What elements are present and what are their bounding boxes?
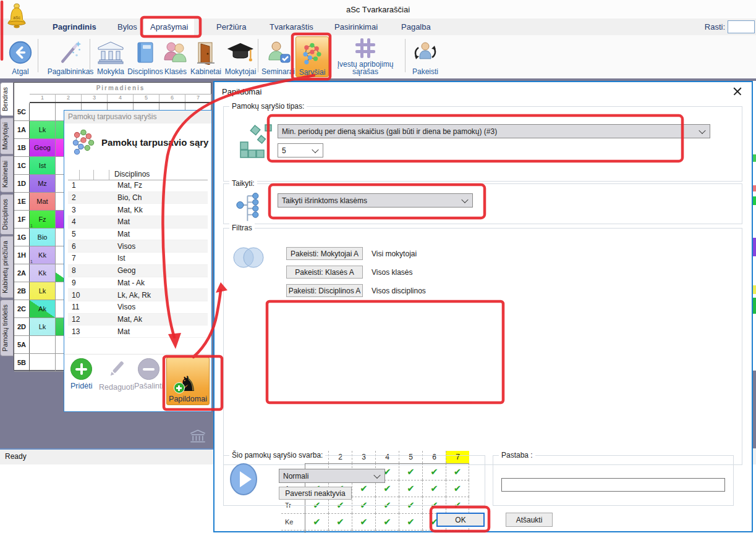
- grid-check-cell[interactable]: ✔: [305, 530, 328, 533]
- apply-to-value: Taikyti išrinktoms klasėms: [282, 196, 367, 205]
- toolbar-item-mokytojai[interactable]: Mokytojai: [223, 36, 258, 76]
- cancel-button[interactable]: Atšaukti: [506, 513, 553, 527]
- relation-row[interactable]: 6Visos: [68, 240, 208, 253]
- relation-disciplines: Mat - Ak: [117, 279, 145, 287]
- toolbar-item-kabinetai[interactable]: Kabinetai: [189, 36, 223, 76]
- toolbar-item-mokykla[interactable]: Mokykla: [93, 36, 129, 76]
- relation-row[interactable]: 5Mat: [68, 229, 208, 241]
- apply-to-select[interactable]: Taikyti išrinktoms klasėms: [278, 193, 473, 208]
- sidebar-tab-pamok-tinklelis[interactable]: Pamokų tinklelis: [0, 300, 14, 356]
- knight-icon: ♞: [179, 372, 197, 395]
- toolbar-item-disciplinos[interactable]: Disciplinos: [129, 36, 162, 76]
- lesson-cell[interactable]: Bio: [30, 229, 56, 246]
- lesson-cell[interactable]: Ak: [30, 300, 56, 317]
- toolbar-item-pakeisti[interactable]: Pakeisti: [408, 36, 443, 76]
- filter-change-button[interactable]: Pakeisti: Klasės A: [286, 266, 363, 279]
- relation-type-select[interactable]: Min. periodų per dieną skaičius (gali bū…: [278, 124, 710, 138]
- note-input[interactable]: [501, 478, 725, 492]
- ok-button[interactable]: OK: [436, 513, 485, 527]
- sidebar-tab-kabinetai[interactable]: Kabinetai: [0, 156, 14, 193]
- toolbar-item-label: Atgal: [12, 68, 28, 76]
- grid-check-cell[interactable]: ✔: [446, 530, 469, 533]
- menu-item-aprasymai[interactable]: Aprašymai: [144, 19, 194, 35]
- find-input[interactable]: [728, 20, 755, 33]
- lesson-cell[interactable]: Ist: [30, 157, 56, 174]
- check-icon: ✔: [407, 516, 415, 527]
- grid-check-cell[interactable]: ✔: [399, 530, 422, 533]
- filter-change-button[interactable]: Pakeisti: Mokytojai A: [286, 247, 363, 260]
- relations-dialog-toolbar: Pridėti Redaguoti Pašalinti ♞ Papildomai: [64, 354, 211, 411]
- menu-item-perziura[interactable]: Peržiūra: [210, 19, 252, 35]
- relations-dialog: Pamokų tarpusavio sąryšis Pamokų tarpusa…: [64, 110, 212, 412]
- relation-row[interactable]: 3Mat, Kk: [68, 204, 208, 216]
- grid-check-cell[interactable]: ✔: [328, 513, 352, 530]
- relation-row[interactable]: 12Mat, Ak: [68, 314, 208, 326]
- relation-row[interactable]: 7Ist: [68, 253, 208, 265]
- lesson-cell[interactable]: [30, 103, 56, 120]
- lesson-cell[interactable]: [30, 336, 56, 353]
- relation-number: 11: [68, 303, 117, 311]
- period-count-select[interactable]: 5: [278, 143, 323, 157]
- class-label: 5C: [14, 103, 30, 120]
- toolbar-item-atgal[interactable]: Atgal: [4, 36, 37, 76]
- menu-item-bylos[interactable]: Bylos: [111, 19, 143, 35]
- edit-button[interactable]: Redaguoti: [99, 358, 134, 392]
- sidebar-tab-kabinet-prie-i-ra[interactable]: Kabinetų priežiūra: [0, 236, 14, 298]
- lesson-cell[interactable]: Lk: [30, 121, 56, 138]
- venn-icon: [231, 245, 266, 272]
- book-icon: [133, 36, 158, 68]
- grid-check-cell[interactable]: ✔: [375, 530, 399, 533]
- relation-disciplines: Mat: [117, 230, 130, 238]
- menu-item-pagalba[interactable]: Pagalba: [395, 19, 437, 35]
- lesson-cell[interactable]: Mat: [30, 193, 56, 210]
- lesson-cell[interactable]: Kk1: [30, 246, 56, 264]
- apply-group: Taikyti: Taikyti išrinktoms klasėms: [223, 183, 742, 224]
- importance-select[interactable]: Normali: [279, 469, 385, 483]
- relation-disciplines: Mat: [117, 327, 130, 336]
- relation-row[interactable]: 2Bio, Ch: [68, 192, 208, 204]
- toolbar-item-seminarai[interactable]: Seminarai: [261, 36, 295, 76]
- lesson-cell[interactable]: Lk: [30, 282, 56, 300]
- menu-item-pagrindinis[interactable]: Pagrindinis: [46, 19, 103, 35]
- grid-check-cell[interactable]: ✔: [375, 513, 399, 530]
- lesson-cell[interactable]: Fz1: [30, 211, 56, 228]
- menu-item-pasirinkimai[interactable]: Pasirinkimai: [328, 19, 384, 35]
- add-button[interactable]: Pridėti: [70, 358, 92, 390]
- lesson-cell[interactable]: Geog: [30, 139, 56, 156]
- relation-row[interactable]: 13Mat: [68, 325, 208, 338]
- relation-row[interactable]: 10Lk, Ak, Rk: [68, 289, 208, 301]
- grid-check-cell[interactable]: ✔: [352, 530, 375, 533]
- relation-row[interactable]: 4Mat: [68, 216, 208, 229]
- advanced-button[interactable]: ♞ Papildomai: [166, 357, 210, 405]
- sidebar-tab-mokytojai[interactable]: Mokytojai: [0, 117, 14, 154]
- grid-check-cell[interactable]: ✔: [399, 513, 422, 530]
- toolbar-item-klases[interactable]: Klasės: [162, 36, 189, 76]
- toolbar-item-sarysiai[interactable]: Sąryšiai: [295, 36, 329, 77]
- lesson-cell[interactable]: Mz: [30, 175, 56, 192]
- relation-row[interactable]: 9Mat - Ak: [68, 277, 208, 290]
- menu-item-tvarkarastis[interactable]: Tvarkaraštis: [263, 19, 320, 35]
- toolbar-item-ivestu-apribojimu-sarasas[interactable]: Įvestų apribojimų sąrašas: [328, 36, 402, 76]
- lesson-cell[interactable]: Kk: [30, 264, 56, 282]
- toolbar-item-pagalbininkas[interactable]: Pagalbininkas: [41, 36, 100, 76]
- relation-row[interactable]: 8Geog: [68, 265, 208, 277]
- grid-check-cell[interactable]: ✔: [305, 513, 328, 530]
- lesson-cell[interactable]: [30, 354, 56, 371]
- sidebar-tab-disciplinos[interactable]: Disciplinos: [0, 194, 14, 235]
- deactivate-button[interactable]: Paversti neaktyvia: [279, 487, 352, 500]
- close-icon[interactable]: [733, 87, 742, 96]
- grid-check-cell[interactable]: ✔: [422, 530, 446, 533]
- sidebar-tab-bendras[interactable]: Bendras: [0, 82, 14, 116]
- relation-row[interactable]: 1Mat, Fz: [68, 180, 208, 192]
- grid-check-cell[interactable]: ✔: [328, 530, 352, 533]
- play-icon: [229, 463, 258, 498]
- timetable-sliver-cell: [753, 185, 756, 191]
- toolbar-separator: [405, 39, 406, 72]
- lesson-cell[interactable]: Lk: [30, 318, 56, 335]
- grid-check-cell[interactable]: ✔: [352, 513, 375, 530]
- grid-day-row: Pe✔✔✔✔✔✔✔: [281, 530, 469, 533]
- filter-change-button[interactable]: Pakeisti: Disciplinos A: [286, 284, 363, 297]
- remove-button[interactable]: Pašalinti: [134, 358, 163, 390]
- toolbar-item-label: Disciplinos: [127, 68, 163, 76]
- relation-row[interactable]: 11Visos: [68, 301, 208, 314]
